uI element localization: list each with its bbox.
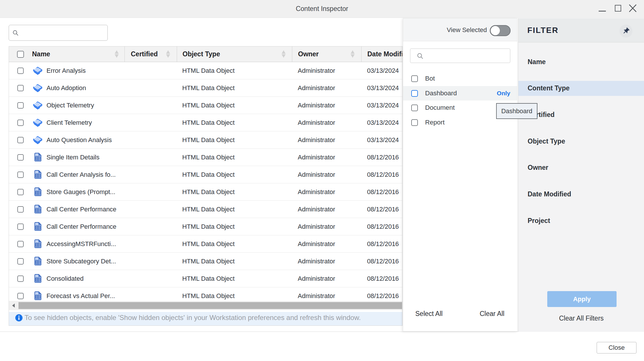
sidebar-item[interactable]: Object Type (518, 134, 644, 149)
horizontal-scrollbar[interactable] (9, 301, 402, 310)
row-checkbox[interactable] (17, 224, 24, 230)
sidebar-item[interactable]: Date Modified (518, 187, 644, 202)
cell-object-type: HTML Data Object (182, 235, 234, 252)
row-checkbox[interactable] (17, 172, 24, 178)
sidebar-item[interactable]: Project (518, 213, 644, 228)
popup-option[interactable]: Dashboard Only (403, 86, 517, 101)
clear-all-filters-link[interactable]: Clear All Filters (518, 314, 644, 322)
window-close-button[interactable] (623, 0, 636, 18)
table-row[interactable]: Store Gauges (Prompt... HTML Data Object… (9, 183, 403, 201)
cell-object-type: HTML Data Object (182, 79, 234, 96)
search-field[interactable] (23, 25, 105, 40)
sidebar-item[interactable]: Owner (518, 160, 644, 175)
minimize-button[interactable] (593, 0, 606, 18)
scroll-left-arrow-icon[interactable] (12, 304, 15, 308)
table-row[interactable]: Store Subcategory Det... HTML Data Objec… (9, 253, 403, 270)
row-checkbox[interactable] (17, 189, 24, 195)
column-header-object-type[interactable]: Object Type (177, 46, 292, 62)
row-checkbox[interactable] (17, 120, 24, 126)
clear-all-link[interactable]: Clear All (480, 310, 505, 318)
option-checkbox[interactable] (411, 75, 418, 82)
cell-object-type: HTML Data Object (182, 201, 234, 218)
table-row[interactable]: Error Analysis HTML Data Object Administ… (9, 62, 403, 79)
pin-icon (620, 25, 631, 36)
row-checkbox[interactable] (17, 206, 24, 213)
apply-button[interactable]: Apply (547, 291, 617, 307)
close-button[interactable]: Close (597, 342, 636, 353)
cell-owner: Administrator (298, 97, 335, 114)
sort-icon[interactable] (282, 50, 286, 58)
select-all-checkbox[interactable] (17, 51, 24, 58)
sort-down-icon (166, 54, 170, 58)
sidebar-item[interactable]: Name (518, 54, 644, 69)
search-icon (417, 53, 424, 59)
popup-option[interactable]: Bot Only (403, 71, 517, 86)
table-row[interactable]: Client Telemetry HTML Data Object Admini… (9, 114, 403, 131)
row-checkbox[interactable] (17, 276, 24, 282)
document-icon (34, 239, 44, 248)
cell-date-modified: 03/13/2024 (367, 131, 399, 148)
row-checkbox[interactable] (17, 102, 24, 109)
popup-search-input[interactable] (410, 49, 510, 63)
option-checkbox[interactable] (411, 119, 418, 126)
row-checkbox[interactable] (17, 154, 24, 161)
table-search-input[interactable] (9, 25, 108, 41)
table-row[interactable]: Object Telemetry HTML Data Object Admini… (9, 97, 403, 114)
option-checkbox[interactable] (411, 105, 418, 111)
table-row[interactable]: Call Center Performance HTML Data Object… (9, 218, 403, 235)
table-row[interactable]: AccessingMSTRFuncti... HTML Data Object … (9, 235, 403, 253)
row-checkbox[interactable] (17, 137, 24, 143)
cell-date-modified: 08/12/2016 (367, 218, 399, 235)
maximize-button[interactable] (608, 0, 621, 18)
cell-name: Client Telemetry (46, 114, 92, 131)
cell-name: AccessingMSTRFuncti... (46, 235, 116, 252)
cell-date-modified: 03/13/2024 (367, 114, 399, 131)
document-icon (34, 222, 44, 230)
sidebar-item-label: Date Modified (528, 190, 571, 198)
row-checkbox[interactable] (17, 85, 24, 91)
cell-object-type: HTML Data Object (182, 270, 234, 287)
select-all-link[interactable]: Select All (415, 310, 443, 318)
cell-date-modified: 08/12/2016 (367, 235, 399, 252)
cell-date-modified: 08/12/2016 (367, 270, 399, 287)
table-row[interactable]: Auto Question Analysis HTML Data Object … (9, 131, 403, 149)
view-selected-toggle[interactable] (490, 25, 511, 36)
sort-icon[interactable] (166, 50, 170, 58)
table-row[interactable]: Call Center Performance HTML Data Object… (9, 201, 403, 218)
scrollbar-thumb[interactable] (18, 302, 402, 309)
row-checkbox[interactable] (17, 68, 24, 74)
row-checkbox[interactable] (17, 293, 24, 299)
cell-date-modified: 08/12/2016 (367, 166, 399, 183)
table-row[interactable]: Call Center Analysis fo... HTML Data Obj… (9, 166, 403, 183)
sidebar-item[interactable]: Content Type (518, 81, 644, 96)
cell-owner: Administrator (298, 183, 335, 200)
popup-header: View Selected (403, 18, 517, 41)
sort-down-icon (115, 54, 119, 58)
table-row[interactable]: Consolidated HTML Data Object Administra… (9, 270, 403, 287)
cell-date-modified: 03/13/2024 (367, 97, 399, 114)
table-row[interactable]: Auto Adoption HTML Data Object Administr… (9, 79, 403, 97)
popup-search-field[interactable] (427, 49, 508, 62)
sort-up-icon (282, 50, 286, 54)
toggle-knob (491, 26, 500, 35)
column-header-certified[interactable]: Certified (124, 46, 177, 62)
cell-owner: Administrator (298, 253, 335, 270)
column-header-name[interactable]: Name (32, 46, 124, 62)
table-row[interactable]: Single Item Details HTML Data Object Adm… (9, 149, 403, 166)
sort-icon[interactable] (351, 50, 355, 58)
titlebar: Content Inspector (0, 0, 644, 18)
column-header-owner[interactable]: Owner (292, 46, 361, 62)
only-link[interactable]: Only (497, 86, 510, 101)
column-header-date-modified[interactable]: Date Modified (361, 46, 403, 62)
option-label: Report (425, 115, 445, 130)
cell-name: Auto Question Analysis (46, 131, 112, 148)
cell-object-type: HTML Data Object (182, 131, 234, 148)
cell-date-modified: 08/12/2016 (367, 183, 399, 200)
sort-icon[interactable] (115, 50, 119, 58)
popup-option-list: Bot Only Dashboard Only Document Only Re… (403, 71, 517, 130)
row-checkbox[interactable] (17, 258, 24, 265)
row-checkbox[interactable] (17, 241, 24, 247)
document-icon (34, 187, 44, 196)
pin-button[interactable] (619, 25, 632, 38)
option-checkbox[interactable] (411, 90, 418, 97)
